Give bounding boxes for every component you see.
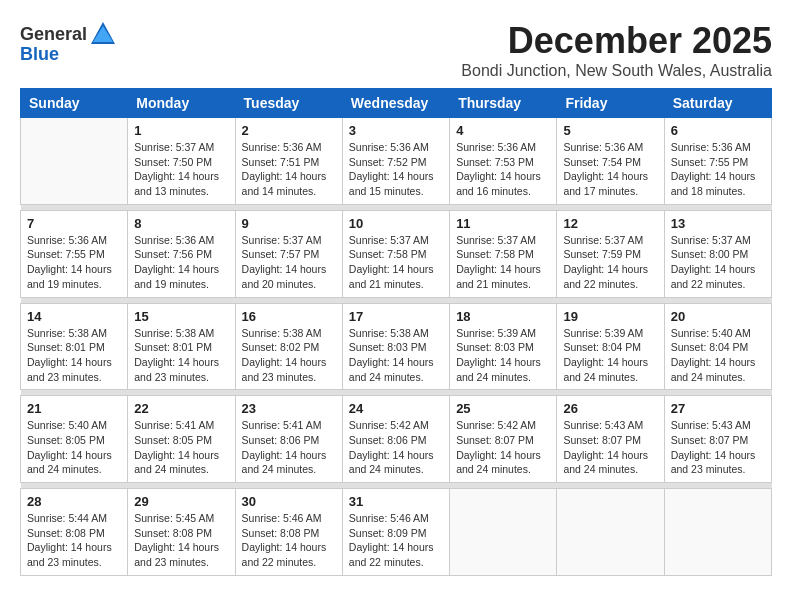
day-number: 4 <box>456 123 550 138</box>
main-title: December 2025 <box>461 20 772 62</box>
calendar-cell: 2Sunrise: 5:36 AM Sunset: 7:51 PM Daylig… <box>235 118 342 205</box>
day-info: Sunrise: 5:38 AM Sunset: 8:02 PM Dayligh… <box>242 326 336 385</box>
calendar-cell: 27Sunrise: 5:43 AM Sunset: 8:07 PM Dayli… <box>664 396 771 483</box>
day-number: 12 <box>563 216 657 231</box>
day-info: Sunrise: 5:37 AM Sunset: 7:59 PM Dayligh… <box>563 233 657 292</box>
calendar-cell: 22Sunrise: 5:41 AM Sunset: 8:05 PM Dayli… <box>128 396 235 483</box>
logo-icon <box>89 20 117 48</box>
day-number: 11 <box>456 216 550 231</box>
day-info: Sunrise: 5:38 AM Sunset: 8:03 PM Dayligh… <box>349 326 443 385</box>
day-number: 5 <box>563 123 657 138</box>
calendar-cell: 23Sunrise: 5:41 AM Sunset: 8:06 PM Dayli… <box>235 396 342 483</box>
calendar-cell: 12Sunrise: 5:37 AM Sunset: 7:59 PM Dayli… <box>557 210 664 297</box>
calendar-cell: 29Sunrise: 5:45 AM Sunset: 8:08 PM Dayli… <box>128 489 235 576</box>
day-info: Sunrise: 5:36 AM Sunset: 7:55 PM Dayligh… <box>671 140 765 199</box>
day-info: Sunrise: 5:37 AM Sunset: 7:58 PM Dayligh… <box>349 233 443 292</box>
calendar: SundayMondayTuesdayWednesdayThursdayFrid… <box>20 88 772 576</box>
day-info: Sunrise: 5:36 AM Sunset: 7:55 PM Dayligh… <box>27 233 121 292</box>
week-row: 14Sunrise: 5:38 AM Sunset: 8:01 PM Dayli… <box>21 303 772 390</box>
calendar-cell: 10Sunrise: 5:37 AM Sunset: 7:58 PM Dayli… <box>342 210 449 297</box>
calendar-cell: 30Sunrise: 5:46 AM Sunset: 8:08 PM Dayli… <box>235 489 342 576</box>
day-info: Sunrise: 5:39 AM Sunset: 8:04 PM Dayligh… <box>563 326 657 385</box>
column-header-thursday: Thursday <box>450 89 557 118</box>
day-info: Sunrise: 5:40 AM Sunset: 8:04 PM Dayligh… <box>671 326 765 385</box>
day-number: 29 <box>134 494 228 509</box>
calendar-cell: 28Sunrise: 5:44 AM Sunset: 8:08 PM Dayli… <box>21 489 128 576</box>
calendar-cell: 3Sunrise: 5:36 AM Sunset: 7:52 PM Daylig… <box>342 118 449 205</box>
calendar-cell: 16Sunrise: 5:38 AM Sunset: 8:02 PM Dayli… <box>235 303 342 390</box>
day-number: 25 <box>456 401 550 416</box>
calendar-cell: 15Sunrise: 5:38 AM Sunset: 8:01 PM Dayli… <box>128 303 235 390</box>
day-info: Sunrise: 5:38 AM Sunset: 8:01 PM Dayligh… <box>134 326 228 385</box>
week-row: 1Sunrise: 5:37 AM Sunset: 7:50 PM Daylig… <box>21 118 772 205</box>
column-header-sunday: Sunday <box>21 89 128 118</box>
subtitle: Bondi Junction, New South Wales, Austral… <box>461 62 772 80</box>
calendar-cell <box>21 118 128 205</box>
day-number: 23 <box>242 401 336 416</box>
day-number: 10 <box>349 216 443 231</box>
week-row: 7Sunrise: 5:36 AM Sunset: 7:55 PM Daylig… <box>21 210 772 297</box>
column-header-saturday: Saturday <box>664 89 771 118</box>
day-number: 21 <box>27 401 121 416</box>
calendar-cell: 18Sunrise: 5:39 AM Sunset: 8:03 PM Dayli… <box>450 303 557 390</box>
week-row: 28Sunrise: 5:44 AM Sunset: 8:08 PM Dayli… <box>21 489 772 576</box>
calendar-cell <box>557 489 664 576</box>
day-info: Sunrise: 5:36 AM Sunset: 7:56 PM Dayligh… <box>134 233 228 292</box>
day-info: Sunrise: 5:37 AM Sunset: 7:58 PM Dayligh… <box>456 233 550 292</box>
day-number: 28 <box>27 494 121 509</box>
calendar-cell: 7Sunrise: 5:36 AM Sunset: 7:55 PM Daylig… <box>21 210 128 297</box>
page-header: General Blue December 2025 Bondi Junctio… <box>20 20 772 80</box>
logo-general: General <box>20 24 87 45</box>
day-number: 6 <box>671 123 765 138</box>
calendar-cell: 5Sunrise: 5:36 AM Sunset: 7:54 PM Daylig… <box>557 118 664 205</box>
column-header-monday: Monday <box>128 89 235 118</box>
day-info: Sunrise: 5:39 AM Sunset: 8:03 PM Dayligh… <box>456 326 550 385</box>
calendar-cell: 21Sunrise: 5:40 AM Sunset: 8:05 PM Dayli… <box>21 396 128 483</box>
day-info: Sunrise: 5:36 AM Sunset: 7:53 PM Dayligh… <box>456 140 550 199</box>
day-info: Sunrise: 5:40 AM Sunset: 8:05 PM Dayligh… <box>27 418 121 477</box>
calendar-cell: 24Sunrise: 5:42 AM Sunset: 8:06 PM Dayli… <box>342 396 449 483</box>
day-number: 8 <box>134 216 228 231</box>
day-info: Sunrise: 5:37 AM Sunset: 8:00 PM Dayligh… <box>671 233 765 292</box>
title-area: December 2025 Bondi Junction, New South … <box>461 20 772 80</box>
calendar-cell: 20Sunrise: 5:40 AM Sunset: 8:04 PM Dayli… <box>664 303 771 390</box>
column-header-tuesday: Tuesday <box>235 89 342 118</box>
day-info: Sunrise: 5:42 AM Sunset: 8:07 PM Dayligh… <box>456 418 550 477</box>
logo-blue: Blue <box>20 44 59 65</box>
day-number: 20 <box>671 309 765 324</box>
day-info: Sunrise: 5:44 AM Sunset: 8:08 PM Dayligh… <box>27 511 121 570</box>
day-info: Sunrise: 5:41 AM Sunset: 8:05 PM Dayligh… <box>134 418 228 477</box>
day-number: 9 <box>242 216 336 231</box>
day-number: 24 <box>349 401 443 416</box>
day-number: 17 <box>349 309 443 324</box>
day-info: Sunrise: 5:37 AM Sunset: 7:50 PM Dayligh… <box>134 140 228 199</box>
logo: General Blue <box>20 20 117 65</box>
day-info: Sunrise: 5:46 AM Sunset: 8:09 PM Dayligh… <box>349 511 443 570</box>
calendar-cell: 17Sunrise: 5:38 AM Sunset: 8:03 PM Dayli… <box>342 303 449 390</box>
day-info: Sunrise: 5:36 AM Sunset: 7:52 PM Dayligh… <box>349 140 443 199</box>
day-info: Sunrise: 5:37 AM Sunset: 7:57 PM Dayligh… <box>242 233 336 292</box>
day-number: 27 <box>671 401 765 416</box>
calendar-cell <box>664 489 771 576</box>
day-number: 14 <box>27 309 121 324</box>
day-info: Sunrise: 5:36 AM Sunset: 7:51 PM Dayligh… <box>242 140 336 199</box>
day-info: Sunrise: 5:46 AM Sunset: 8:08 PM Dayligh… <box>242 511 336 570</box>
day-number: 1 <box>134 123 228 138</box>
calendar-cell: 26Sunrise: 5:43 AM Sunset: 8:07 PM Dayli… <box>557 396 664 483</box>
calendar-cell: 8Sunrise: 5:36 AM Sunset: 7:56 PM Daylig… <box>128 210 235 297</box>
day-number: 7 <box>27 216 121 231</box>
day-number: 3 <box>349 123 443 138</box>
calendar-cell: 14Sunrise: 5:38 AM Sunset: 8:01 PM Dayli… <box>21 303 128 390</box>
day-number: 22 <box>134 401 228 416</box>
calendar-cell: 31Sunrise: 5:46 AM Sunset: 8:09 PM Dayli… <box>342 489 449 576</box>
day-info: Sunrise: 5:38 AM Sunset: 8:01 PM Dayligh… <box>27 326 121 385</box>
column-header-wednesday: Wednesday <box>342 89 449 118</box>
calendar-cell <box>450 489 557 576</box>
calendar-cell: 11Sunrise: 5:37 AM Sunset: 7:58 PM Dayli… <box>450 210 557 297</box>
day-number: 31 <box>349 494 443 509</box>
calendar-cell: 9Sunrise: 5:37 AM Sunset: 7:57 PM Daylig… <box>235 210 342 297</box>
calendar-cell: 13Sunrise: 5:37 AM Sunset: 8:00 PM Dayli… <box>664 210 771 297</box>
calendar-cell: 4Sunrise: 5:36 AM Sunset: 7:53 PM Daylig… <box>450 118 557 205</box>
day-number: 30 <box>242 494 336 509</box>
calendar-cell: 6Sunrise: 5:36 AM Sunset: 7:55 PM Daylig… <box>664 118 771 205</box>
